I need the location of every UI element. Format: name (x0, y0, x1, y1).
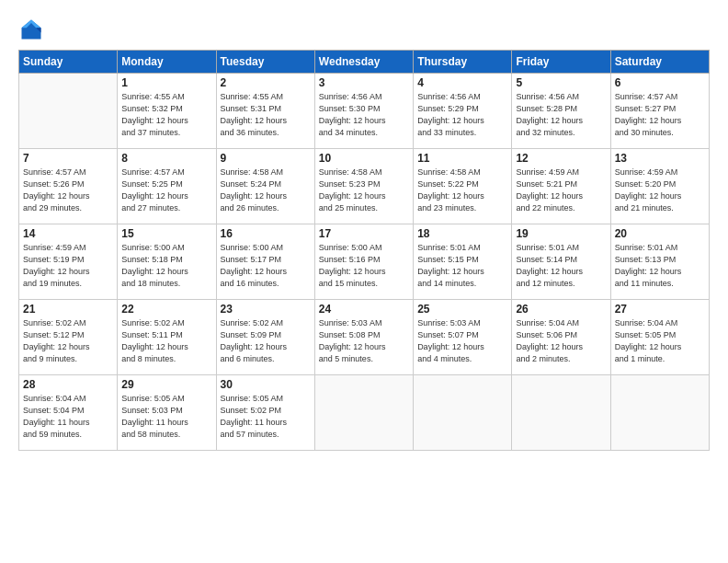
cell-info: Sunrise: 4:56 AM Sunset: 5:29 PM Dayligh… (417, 91, 507, 139)
calendar-cell: 6Sunrise: 4:57 AM Sunset: 5:27 PM Daylig… (610, 74, 709, 149)
logo (18, 17, 48, 42)
calendar-cell: 2Sunrise: 4:55 AM Sunset: 5:31 PM Daylig… (216, 74, 314, 149)
day-number: 25 (417, 303, 507, 316)
day-number: 30 (221, 378, 311, 391)
cell-info: Sunrise: 5:02 AM Sunset: 5:09 PM Dayligh… (221, 317, 311, 365)
calendar-cell: 8Sunrise: 4:57 AM Sunset: 5:25 PM Daylig… (118, 149, 216, 224)
calendar-cell (414, 375, 512, 451)
day-number: 20 (615, 227, 705, 240)
calendar-cell: 15Sunrise: 5:00 AM Sunset: 5:18 PM Dayli… (118, 224, 216, 300)
day-number: 24 (319, 303, 409, 316)
calendar-cell: 1Sunrise: 4:55 AM Sunset: 5:32 PM Daylig… (118, 74, 216, 149)
cell-info: Sunrise: 5:05 AM Sunset: 5:02 PM Dayligh… (221, 393, 311, 441)
day-number: 16 (221, 227, 311, 240)
calendar-cell: 17Sunrise: 5:00 AM Sunset: 5:16 PM Dayli… (314, 224, 413, 300)
calendar: SundayMondayTuesdayWednesdayThursdayFrid… (18, 50, 710, 451)
calendar-header-row: SundayMondayTuesdayWednesdayThursdayFrid… (19, 51, 710, 74)
calendar-cell: 16Sunrise: 5:00 AM Sunset: 5:17 PM Dayli… (216, 224, 314, 300)
calendar-cell: 3Sunrise: 4:56 AM Sunset: 5:30 PM Daylig… (314, 74, 413, 149)
day-number: 3 (319, 76, 409, 89)
calendar-cell: 10Sunrise: 4:58 AM Sunset: 5:23 PM Dayli… (314, 149, 413, 224)
day-number: 23 (221, 303, 311, 316)
calendar-cell: 11Sunrise: 4:58 AM Sunset: 5:22 PM Dayli… (414, 149, 512, 224)
cell-info: Sunrise: 5:02 AM Sunset: 5:11 PM Dayligh… (121, 317, 211, 365)
weekday-header: Sunday (19, 51, 118, 74)
cell-info: Sunrise: 5:01 AM Sunset: 5:13 PM Dayligh… (615, 242, 705, 290)
header (18, 17, 710, 42)
calendar-cell: 25Sunrise: 5:03 AM Sunset: 5:07 PM Dayli… (414, 300, 512, 375)
weekday-header: Tuesday (216, 51, 314, 74)
cell-info: Sunrise: 5:01 AM Sunset: 5:15 PM Dayligh… (417, 242, 507, 290)
day-number: 11 (417, 152, 507, 165)
cell-info: Sunrise: 4:55 AM Sunset: 5:31 PM Dayligh… (221, 91, 311, 139)
calendar-cell: 14Sunrise: 4:59 AM Sunset: 5:19 PM Dayli… (19, 224, 118, 300)
cell-info: Sunrise: 4:58 AM Sunset: 5:24 PM Dayligh… (221, 167, 311, 214)
calendar-cell: 5Sunrise: 4:56 AM Sunset: 5:28 PM Daylig… (512, 74, 610, 149)
cell-info: Sunrise: 4:57 AM Sunset: 5:25 PM Dayligh… (121, 167, 211, 214)
calendar-cell: 24Sunrise: 5:03 AM Sunset: 5:08 PM Dayli… (314, 300, 413, 375)
calendar-cell: 12Sunrise: 4:59 AM Sunset: 5:21 PM Dayli… (512, 149, 610, 224)
calendar-week-row: 7Sunrise: 4:57 AM Sunset: 5:26 PM Daylig… (19, 149, 710, 224)
calendar-cell (610, 375, 709, 451)
day-number: 19 (516, 227, 606, 240)
page: SundayMondayTuesdayWednesdayThursdayFrid… (0, 0, 728, 563)
cell-info: Sunrise: 4:58 AM Sunset: 5:22 PM Dayligh… (417, 167, 507, 214)
calendar-cell: 29Sunrise: 5:05 AM Sunset: 5:03 PM Dayli… (118, 375, 216, 451)
cell-info: Sunrise: 5:05 AM Sunset: 5:03 PM Dayligh… (121, 393, 211, 441)
calendar-cell: 28Sunrise: 5:04 AM Sunset: 5:04 PM Dayli… (19, 375, 118, 451)
day-number: 1 (121, 76, 211, 89)
day-number: 17 (319, 227, 409, 240)
cell-info: Sunrise: 4:56 AM Sunset: 5:30 PM Dayligh… (319, 91, 409, 139)
cell-info: Sunrise: 5:02 AM Sunset: 5:12 PM Dayligh… (23, 317, 113, 365)
day-number: 28 (23, 378, 113, 391)
weekday-header: Monday (118, 51, 216, 74)
cell-info: Sunrise: 5:00 AM Sunset: 5:18 PM Dayligh… (121, 242, 211, 290)
day-number: 26 (516, 303, 606, 316)
day-number: 6 (615, 76, 705, 89)
cell-info: Sunrise: 4:56 AM Sunset: 5:28 PM Dayligh… (516, 91, 606, 139)
calendar-cell: 4Sunrise: 4:56 AM Sunset: 5:29 PM Daylig… (414, 74, 512, 149)
calendar-cell: 22Sunrise: 5:02 AM Sunset: 5:11 PM Dayli… (118, 300, 216, 375)
calendar-week-row: 14Sunrise: 4:59 AM Sunset: 5:19 PM Dayli… (19, 224, 710, 300)
calendar-cell: 21Sunrise: 5:02 AM Sunset: 5:12 PM Dayli… (19, 300, 118, 375)
cell-info: Sunrise: 5:00 AM Sunset: 5:17 PM Dayligh… (221, 242, 311, 290)
day-number: 27 (615, 303, 705, 316)
calendar-cell: 19Sunrise: 5:01 AM Sunset: 5:14 PM Dayli… (512, 224, 610, 300)
cell-info: Sunrise: 5:03 AM Sunset: 5:08 PM Dayligh… (319, 317, 409, 365)
day-number: 10 (319, 152, 409, 165)
day-number: 21 (23, 303, 113, 316)
calendar-week-row: 21Sunrise: 5:02 AM Sunset: 5:12 PM Dayli… (19, 300, 710, 375)
day-number: 7 (23, 152, 113, 165)
day-number: 12 (516, 152, 606, 165)
calendar-cell: 9Sunrise: 4:58 AM Sunset: 5:24 PM Daylig… (216, 149, 314, 224)
weekday-header: Thursday (414, 51, 512, 74)
day-number: 4 (417, 76, 507, 89)
day-number: 5 (516, 76, 606, 89)
cell-info: Sunrise: 5:03 AM Sunset: 5:07 PM Dayligh… (417, 317, 507, 365)
calendar-cell: 26Sunrise: 5:04 AM Sunset: 5:06 PM Dayli… (512, 300, 610, 375)
cell-info: Sunrise: 4:55 AM Sunset: 5:32 PM Dayligh… (121, 91, 211, 139)
day-number: 22 (121, 303, 211, 316)
cell-info: Sunrise: 4:59 AM Sunset: 5:20 PM Dayligh… (615, 167, 705, 214)
cell-info: Sunrise: 4:59 AM Sunset: 5:19 PM Dayligh… (23, 242, 113, 290)
cell-info: Sunrise: 5:04 AM Sunset: 5:06 PM Dayligh… (516, 317, 606, 365)
logo-icon (18, 17, 44, 42)
day-number: 8 (121, 152, 211, 165)
weekday-header: Saturday (610, 51, 709, 74)
weekday-header: Wednesday (314, 51, 413, 74)
calendar-cell: 30Sunrise: 5:05 AM Sunset: 5:02 PM Dayli… (216, 375, 314, 451)
day-number: 15 (121, 227, 211, 240)
cell-info: Sunrise: 4:58 AM Sunset: 5:23 PM Dayligh… (319, 167, 409, 214)
cell-info: Sunrise: 5:00 AM Sunset: 5:16 PM Dayligh… (319, 242, 409, 290)
cell-info: Sunrise: 5:01 AM Sunset: 5:14 PM Dayligh… (516, 242, 606, 290)
calendar-cell (512, 375, 610, 451)
calendar-cell (19, 74, 118, 149)
calendar-cell: 20Sunrise: 5:01 AM Sunset: 5:13 PM Dayli… (610, 224, 709, 300)
calendar-cell: 18Sunrise: 5:01 AM Sunset: 5:15 PM Dayli… (414, 224, 512, 300)
calendar-cell (314, 375, 413, 451)
calendar-week-row: 1Sunrise: 4:55 AM Sunset: 5:32 PM Daylig… (19, 74, 710, 149)
calendar-cell: 13Sunrise: 4:59 AM Sunset: 5:20 PM Dayli… (610, 149, 709, 224)
day-number: 9 (221, 152, 311, 165)
calendar-week-row: 28Sunrise: 5:04 AM Sunset: 5:04 PM Dayli… (19, 375, 710, 451)
cell-info: Sunrise: 4:59 AM Sunset: 5:21 PM Dayligh… (516, 167, 606, 214)
